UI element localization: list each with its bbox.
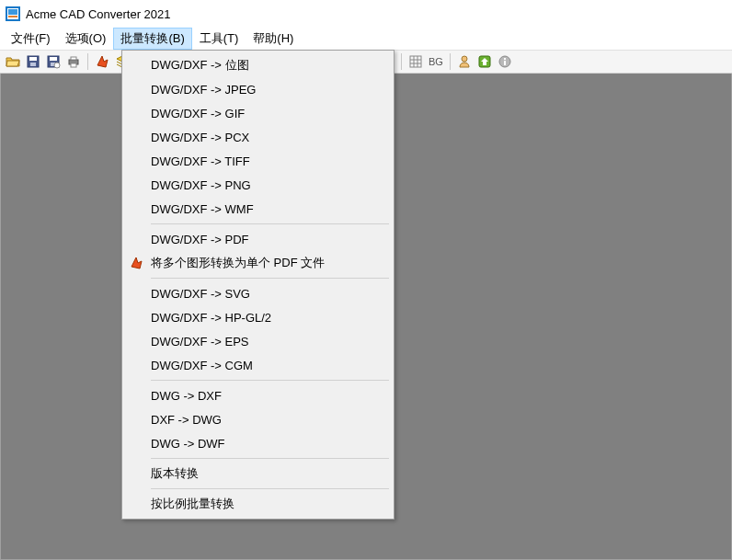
menu-item-dwg-dxf-to-svg[interactable]: DWG/DXF -> SVG [125,281,391,305]
toolbar-separator [87,53,88,70]
menu-item-label: DWG/DXF -> PCX [151,131,249,144]
toolbar-separator [450,53,451,70]
menu-item-label: DXF -> DWG [151,413,222,427]
menu-item-dwg-dxf-to-pcx[interactable]: DWG/DXF -> PCX [125,125,391,149]
batch-convert-dropdown: DWG/DXF -> 位图 DWG/DXF -> JPEG DWG/DXF ->… [121,50,395,520]
menu-item-label: DWG/DXF -> 位图 [151,57,249,74]
home-icon[interactable] [475,52,494,71]
app-title: Acme CAD Converter 2021 [26,7,171,21]
menu-tools[interactable]: 工具(T) [192,28,246,50]
svg-point-10 [54,63,60,68]
menu-file[interactable]: 文件(F) [4,28,58,50]
dropdown-separator [151,223,389,224]
menu-batch-convert[interactable]: 批量转换(B) [113,28,191,50]
svg-rect-24 [504,61,506,65]
svg-rect-3 [8,16,17,17]
svg-rect-13 [71,63,76,67]
menu-item-version-convert[interactable]: 版本转换 [125,462,391,486]
info-icon[interactable] [496,52,514,71]
titlebar: Acme CAD Converter 2021 [0,0,732,28]
svg-rect-5 [29,57,37,61]
convert-icon[interactable] [93,52,111,71]
svg-rect-8 [50,57,57,61]
toolbar-separator [401,53,402,70]
menu-item-label: DWG/DXF -> TIFF [151,154,250,168]
bg-label[interactable]: BG [427,56,445,67]
user-icon[interactable] [455,52,474,71]
svg-rect-25 [504,58,506,60]
app-icon [6,6,20,21]
menu-item-label: DWG -> DWF [151,437,225,451]
menu-item-dxf-to-dwg[interactable]: DXF -> DWG [125,407,391,431]
svg-rect-16 [410,56,421,67]
menu-item-dwg-to-dwf[interactable]: DWG -> DWF [125,431,391,455]
print-icon[interactable] [64,52,83,71]
menu-item-label: 按比例批量转换 [151,496,234,512]
menu-item-dwg-dxf-to-tiff[interactable]: DWG/DXF -> TIFF [125,149,391,173]
menu-item-dwg-dxf-to-wmf[interactable]: DWG/DXF -> WMF [125,197,391,221]
menu-item-label: 版本转换 [151,465,199,482]
menu-item-label: 将多个图形转换为单个 PDF 文件 [151,255,325,271]
menu-item-label: DWG -> DXF [151,389,222,403]
menu-item-multi-to-single-pdf[interactable]: 将多个图形转换为单个 PDF 文件 [125,251,391,275]
menu-item-dwg-to-dxf[interactable]: DWG -> DXF [125,383,391,407]
svg-rect-2 [8,9,17,15]
dropdown-separator [151,488,389,489]
menu-item-label: DWG/DXF -> WMF [151,202,254,216]
dropdown-separator [151,278,389,279]
menu-help[interactable]: 帮助(H) [246,28,301,50]
save-as-icon[interactable] [44,52,63,71]
convert-icon [129,256,143,270]
menu-item-label: DWG/DXF -> PNG [151,178,251,192]
menu-options[interactable]: 选项(O) [58,28,114,50]
menu-item-label: DWG/DXF -> EPS [151,335,249,349]
menu-item-label: DWG/DXF -> HP-GL/2 [151,311,271,325]
dropdown-separator [151,380,389,381]
menu-item-dwg-dxf-to-png[interactable]: DWG/DXF -> PNG [125,173,391,197]
svg-rect-6 [30,63,36,66]
menu-item-label: DWG/DXF -> JPEG [151,83,256,97]
menu-item-label: DWG/DXF -> SVG [151,287,250,301]
menubar: 文件(F) 选项(O) 批量转换(B) 工具(T) 帮助(H) [0,28,732,50]
svg-point-21 [462,56,467,62]
menu-item-label: DWG/DXF -> GIF [151,107,245,120]
menu-item-dwg-dxf-to-eps[interactable]: DWG/DXF -> EPS [125,329,391,353]
menu-item-dwg-dxf-to-hpgl[interactable]: DWG/DXF -> HP-GL/2 [125,305,391,329]
svg-rect-12 [71,57,76,60]
menu-item-dwg-dxf-to-pdf[interactable]: DWG/DXF -> PDF [125,227,391,251]
menu-item-scale-batch-convert[interactable]: 按比例批量转换 [125,492,391,516]
grid-icon[interactable] [406,52,425,71]
menu-item-dwg-dxf-to-jpeg[interactable]: DWG/DXF -> JPEG [125,77,391,101]
menu-item-dwg-dxf-to-cgm[interactable]: DWG/DXF -> CGM [125,353,391,377]
save-icon[interactable] [24,52,42,71]
open-file-icon[interactable] [4,52,22,71]
dropdown-separator [151,458,389,459]
menu-item-dwg-dxf-to-bitmap[interactable]: DWG/DXF -> 位图 [125,53,391,77]
menu-item-label: DWG/DXF -> PDF [151,233,249,246]
menu-item-label: DWG/DXF -> CGM [151,359,253,372]
menu-item-dwg-dxf-to-gif[interactable]: DWG/DXF -> GIF [125,101,391,125]
